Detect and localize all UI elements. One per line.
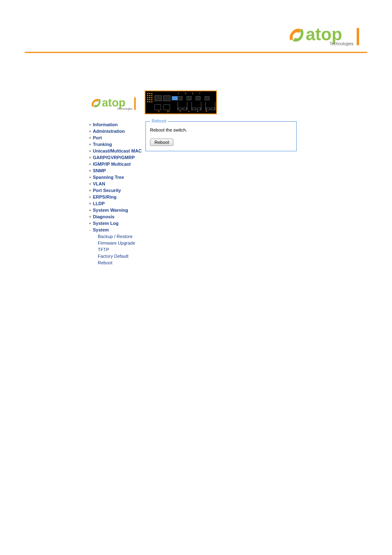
atop-logo-small-icon: atop Technologies: [89, 90, 141, 114]
navigation-sidebar: Information Administration Port Trunking…: [89, 121, 144, 266]
sidebar-item-system-warning[interactable]: System Warning: [89, 207, 144, 213]
header-brand-logo: atop Technologies: [285, 21, 367, 49]
reboot-button[interactable]: Reboot: [150, 139, 173, 146]
ethernet-port-icon: [187, 96, 191, 100]
lower-port-row: [154, 104, 170, 110]
sfp-port-icon: [154, 95, 162, 101]
header-divider: [25, 52, 367, 53]
svg-rect-2: [357, 28, 359, 45]
sidebar-item-spanning-tree[interactable]: Spanning Tree: [89, 174, 144, 180]
reboot-message: Reboot the switch.: [150, 127, 292, 132]
port-top-numbers: 1 3 5 7: [178, 92, 200, 95]
device-port-panel: 1 3 5 7: [145, 90, 217, 114]
sidebar-subitem-tftp[interactable]: TFTP: [89, 246, 144, 253]
svg-text:atop: atop: [306, 25, 342, 44]
sidebar-item-garp-gvrp-gmrp[interactable]: GARP/GVRP/GMRP: [89, 154, 144, 161]
fieldset-title: Reboot: [150, 118, 168, 123]
sidebar-subitem-backup-restore[interactable]: Backup / Restore: [89, 233, 144, 240]
sidebar-item-diagnosis[interactable]: Diagnosis: [89, 213, 144, 220]
ethernet-port-icon: [205, 96, 210, 100]
sidebar-item-snmp[interactable]: SNMP: [89, 167, 144, 174]
svg-text:Technologies: Technologies: [117, 107, 132, 111]
svg-rect-5: [134, 97, 136, 110]
device-indicator-dots: [147, 93, 152, 102]
port-icon: [164, 104, 170, 110]
port-bottom-numbers: 9 10 2 4 6 8: [158, 110, 207, 113]
sidebar-item-administration[interactable]: Administration: [89, 128, 144, 134]
sidebar-subitem-factory-default[interactable]: Factory Default: [89, 253, 144, 259]
sidebar-item-system-log[interactable]: System Log: [89, 220, 144, 227]
sidebar-item-trunking[interactable]: Trunking: [89, 141, 144, 148]
sidebar-item-unicast-multicast-mac[interactable]: Unicast/Multicast MAC: [89, 148, 144, 154]
port-icon: [154, 104, 161, 110]
sidebar-item-system[interactable]: System: [89, 227, 144, 233]
atop-logo-icon: atop Technologies: [285, 21, 367, 49]
sidebar-item-port-security[interactable]: Port Security: [89, 187, 144, 194]
sidebar-subitem-reboot[interactable]: Reboot: [89, 259, 144, 266]
sidebar-item-igmp-ip-multicast[interactable]: IGMP/IP Multicast: [89, 161, 144, 167]
connector-row: [178, 102, 215, 110]
sfp-port-icon: [163, 95, 171, 101]
ethernet-port-icon: [178, 96, 182, 100]
sidebar-subitem-firmware-upgrade[interactable]: Firmware Upgrade: [89, 240, 144, 246]
reboot-fieldset: Reboot Reboot the switch. Reboot: [145, 121, 297, 151]
sidebar-item-port[interactable]: Port: [89, 134, 144, 141]
main-content-panel: Reboot Reboot the switch. Reboot: [145, 121, 297, 151]
module-icon: [172, 96, 178, 100]
ethernet-port-icon: [196, 96, 201, 100]
ethernet-port-row: [178, 96, 210, 100]
sidebar-item-erps-ring[interactable]: ERPS/Ring: [89, 194, 144, 200]
svg-text:Technologies: Technologies: [330, 42, 353, 46]
sidebar-item-lldp[interactable]: LLDP: [89, 200, 144, 207]
sidebar-item-vlan[interactable]: VLAN: [89, 180, 144, 187]
sidebar-item-information[interactable]: Information: [89, 121, 144, 128]
content-brand-logo: atop Technologies: [89, 90, 141, 114]
upper-port-row: [154, 95, 180, 101]
